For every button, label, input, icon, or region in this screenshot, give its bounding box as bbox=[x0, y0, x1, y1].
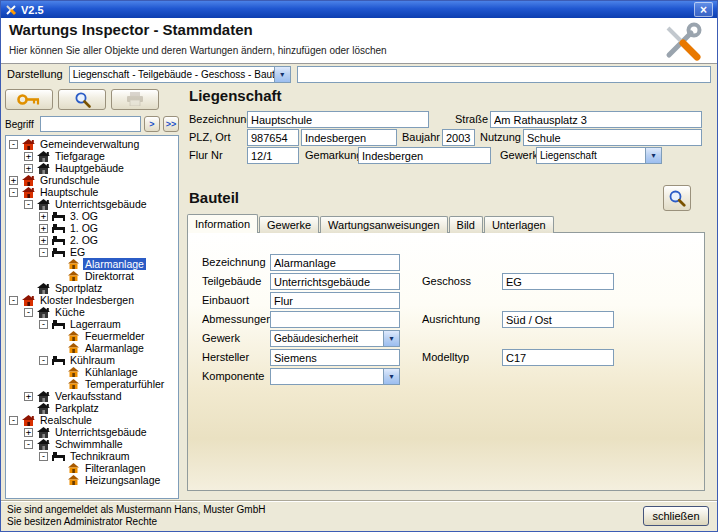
tree-indent bbox=[54, 368, 63, 377]
tree-item[interactable]: Alarmanlage bbox=[6, 258, 178, 270]
tree-item[interactable]: -Kühlraum bbox=[6, 354, 178, 366]
abmessungen-field[interactable] bbox=[270, 311, 400, 328]
expand-icon[interactable]: + bbox=[39, 212, 48, 221]
begriff-input[interactable] bbox=[40, 116, 141, 132]
tree-item[interactable]: -Realschule bbox=[6, 414, 178, 426]
tree-item[interactable]: Sportplatz bbox=[6, 282, 178, 294]
teilgebaeude-field[interactable] bbox=[270, 273, 400, 290]
collapse-icon[interactable]: - bbox=[9, 416, 18, 425]
expand-icon[interactable]: + bbox=[24, 392, 33, 401]
expand-icon[interactable]: + bbox=[9, 176, 18, 185]
plz-field[interactable] bbox=[247, 129, 299, 146]
tree-indent bbox=[54, 260, 63, 269]
strasse-field[interactable] bbox=[490, 111, 702, 128]
bezeichnung-field[interactable] bbox=[247, 111, 429, 128]
tab-information[interactable]: Information bbox=[187, 214, 258, 233]
collapse-icon[interactable]: - bbox=[24, 308, 33, 317]
search-all-button[interactable]: >> bbox=[163, 116, 179, 132]
expand-icon[interactable]: + bbox=[39, 224, 48, 233]
collapse-icon[interactable]: - bbox=[9, 296, 18, 305]
tree-indent bbox=[54, 332, 63, 341]
tree-item[interactable]: -Technikraum bbox=[6, 450, 178, 462]
tree-item-label: Hauptgebäude bbox=[53, 162, 126, 174]
schliessen-button[interactable]: schließen bbox=[643, 506, 709, 526]
tree-item[interactable]: Direktorrat bbox=[6, 270, 178, 282]
tab-gewerke[interactable]: Gewerke bbox=[259, 216, 319, 233]
tree-item[interactable]: +Hauptgebäude bbox=[6, 162, 178, 174]
ausrichtung-field[interactable] bbox=[502, 311, 614, 328]
view-path-field[interactable] bbox=[297, 66, 711, 83]
einbauort-field[interactable] bbox=[270, 292, 400, 309]
print-button[interactable] bbox=[111, 89, 159, 110]
bauteil-search-button[interactable] bbox=[663, 185, 691, 211]
tree-item[interactable]: Kühlanlage bbox=[6, 366, 178, 378]
floor-icon bbox=[51, 235, 65, 245]
baujahr-field[interactable] bbox=[442, 129, 475, 146]
close-icon[interactable]: × bbox=[694, 2, 713, 17]
tab-unterlagen[interactable]: Unterlagen bbox=[484, 216, 554, 233]
gewerk-select[interactable]: Liegenschaft ▾ bbox=[536, 147, 662, 164]
collapse-icon[interactable]: - bbox=[9, 188, 18, 197]
tree-indent bbox=[54, 380, 63, 389]
tree-item[interactable]: -Unterrichtsgebäude bbox=[6, 198, 178, 210]
collapse-icon[interactable]: - bbox=[9, 140, 18, 149]
bauteil-tabs: Information Gewerke Wartungsanweisungen … bbox=[187, 215, 555, 233]
bauteil-bezeichnung-field[interactable] bbox=[270, 254, 400, 271]
komponente-select[interactable]: ▾ bbox=[270, 368, 400, 385]
tree-item-label: Hauptschule bbox=[38, 186, 100, 198]
tree-item[interactable]: -Lagerraum bbox=[6, 318, 178, 330]
tree-item[interactable]: Feuermelder bbox=[6, 330, 178, 342]
expand-icon[interactable]: + bbox=[24, 164, 33, 173]
hersteller-field[interactable] bbox=[270, 349, 400, 366]
building-icon bbox=[36, 439, 50, 450]
tree-item-label: Alarmanlage bbox=[83, 258, 146, 270]
geschoss-field[interactable] bbox=[502, 273, 614, 290]
tree-item[interactable]: Filteranlagen bbox=[6, 462, 178, 474]
printer-icon bbox=[126, 92, 144, 106]
gemarkung-field[interactable] bbox=[358, 147, 491, 164]
building-icon bbox=[36, 403, 50, 414]
view-select[interactable]: Liegenschaft - Teilgebäude - Geschoss - … bbox=[69, 66, 291, 83]
key-icon bbox=[17, 93, 41, 106]
tree-item[interactable]: -Schwimmhalle bbox=[6, 438, 178, 450]
tab-wartungsanweisungen[interactable]: Wartungsanweisungen bbox=[320, 216, 448, 233]
tree-item[interactable]: -Kloster Indesbergen bbox=[6, 294, 178, 306]
modelltyp-field[interactable] bbox=[502, 349, 614, 366]
tree-item[interactable]: +Tiefgarage bbox=[6, 150, 178, 162]
expand-icon[interactable]: + bbox=[24, 152, 33, 161]
tree-item[interactable]: Parkplatz bbox=[6, 402, 178, 414]
tree-item[interactable]: Alarmanlage bbox=[6, 342, 178, 354]
chevron-down-icon: ▾ bbox=[274, 67, 290, 82]
tree-item[interactable]: Heizungsanlage bbox=[6, 474, 178, 486]
tree-item-label: Realschule bbox=[38, 414, 94, 426]
magnifier-icon bbox=[74, 91, 91, 108]
tree-item[interactable]: Temperaturfühler bbox=[6, 378, 178, 390]
nutzung-field[interactable] bbox=[523, 129, 702, 146]
key-button[interactable] bbox=[5, 89, 53, 110]
collapse-icon[interactable]: - bbox=[39, 248, 48, 257]
collapse-icon[interactable]: - bbox=[24, 200, 33, 209]
tree-item[interactable]: -Hauptschule bbox=[6, 186, 178, 198]
collapse-icon[interactable]: - bbox=[24, 440, 33, 449]
expand-icon[interactable]: + bbox=[24, 428, 33, 437]
tree-item[interactable]: -Gemeindeverwaltung bbox=[6, 138, 178, 150]
tab-bild[interactable]: Bild bbox=[449, 216, 483, 233]
collapse-icon[interactable]: - bbox=[39, 452, 48, 461]
tree-item[interactable]: +Verkaufsstand bbox=[6, 390, 178, 402]
tree-item[interactable]: +3. OG bbox=[6, 210, 178, 222]
tree-item[interactable]: +Grundschule bbox=[6, 174, 178, 186]
collapse-icon[interactable]: - bbox=[39, 356, 48, 365]
tree-item[interactable]: +2. OG bbox=[6, 234, 178, 246]
expand-icon[interactable]: + bbox=[39, 236, 48, 245]
header: Wartungs Inspector - Stammdaten Hier kön… bbox=[1, 18, 717, 64]
search-button[interactable] bbox=[58, 89, 106, 110]
ort-field[interactable] bbox=[301, 129, 397, 146]
tree-item[interactable]: -Küche bbox=[6, 306, 178, 318]
flur-nr-field[interactable] bbox=[247, 147, 299, 164]
tree-item[interactable]: +Unterrichtsgebäude bbox=[6, 426, 178, 438]
tree-item[interactable]: +1. OG bbox=[6, 222, 178, 234]
tree-item[interactable]: -EG bbox=[6, 246, 178, 258]
bauteil-gewerk-select[interactable]: Gebäudesicherheit ▾ bbox=[270, 330, 400, 347]
search-next-button[interactable]: > bbox=[144, 116, 160, 132]
collapse-icon[interactable]: - bbox=[39, 320, 48, 329]
